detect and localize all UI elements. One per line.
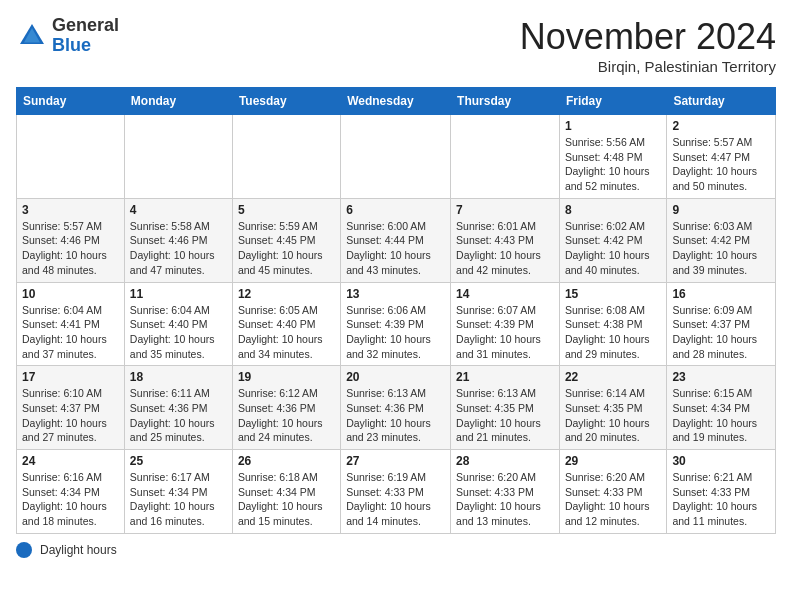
table-row: 19Sunrise: 6:12 AM Sunset: 4:36 PM Dayli… bbox=[232, 366, 340, 450]
day-info: Sunrise: 6:09 AM Sunset: 4:37 PM Dayligh… bbox=[672, 303, 770, 362]
location-title: Birqin, Palestinian Territory bbox=[520, 58, 776, 75]
day-number: 4 bbox=[130, 203, 227, 217]
day-info: Sunrise: 6:13 AM Sunset: 4:36 PM Dayligh… bbox=[346, 386, 445, 445]
day-number: 3 bbox=[22, 203, 119, 217]
day-number: 1 bbox=[565, 119, 661, 133]
table-row: 25Sunrise: 6:17 AM Sunset: 4:34 PM Dayli… bbox=[124, 450, 232, 534]
header-thursday: Thursday bbox=[451, 88, 560, 115]
day-number: 24 bbox=[22, 454, 119, 468]
month-title: November 2024 bbox=[520, 16, 776, 58]
day-number: 27 bbox=[346, 454, 445, 468]
day-info: Sunrise: 6:06 AM Sunset: 4:39 PM Dayligh… bbox=[346, 303, 445, 362]
logo-blue-text: Blue bbox=[52, 35, 91, 55]
day-number: 28 bbox=[456, 454, 554, 468]
day-info: Sunrise: 5:57 AM Sunset: 4:46 PM Dayligh… bbox=[22, 219, 119, 278]
day-info: Sunrise: 6:10 AM Sunset: 4:37 PM Dayligh… bbox=[22, 386, 119, 445]
day-number: 22 bbox=[565, 370, 661, 384]
table-row: 10Sunrise: 6:04 AM Sunset: 4:41 PM Dayli… bbox=[17, 282, 125, 366]
day-info: Sunrise: 6:14 AM Sunset: 4:35 PM Dayligh… bbox=[565, 386, 661, 445]
day-info: Sunrise: 6:12 AM Sunset: 4:36 PM Dayligh… bbox=[238, 386, 335, 445]
table-row: 18Sunrise: 6:11 AM Sunset: 4:36 PM Dayli… bbox=[124, 366, 232, 450]
table-row: 1Sunrise: 5:56 AM Sunset: 4:48 PM Daylig… bbox=[559, 115, 666, 199]
logo: General Blue bbox=[16, 16, 119, 56]
calendar-header-row: Sunday Monday Tuesday Wednesday Thursday… bbox=[17, 88, 776, 115]
day-info: Sunrise: 6:13 AM Sunset: 4:35 PM Dayligh… bbox=[456, 386, 554, 445]
table-row: 8Sunrise: 6:02 AM Sunset: 4:42 PM Daylig… bbox=[559, 198, 666, 282]
day-info: Sunrise: 5:59 AM Sunset: 4:45 PM Dayligh… bbox=[238, 219, 335, 278]
header-friday: Friday bbox=[559, 88, 666, 115]
page-header: General Blue November 2024 Birqin, Pales… bbox=[16, 16, 776, 75]
legend-icon bbox=[16, 542, 32, 558]
day-info: Sunrise: 6:16 AM Sunset: 4:34 PM Dayligh… bbox=[22, 470, 119, 529]
calendar-week-row: 3Sunrise: 5:57 AM Sunset: 4:46 PM Daylig… bbox=[17, 198, 776, 282]
header-saturday: Saturday bbox=[667, 88, 776, 115]
day-info: Sunrise: 6:18 AM Sunset: 4:34 PM Dayligh… bbox=[238, 470, 335, 529]
day-number: 5 bbox=[238, 203, 335, 217]
table-row: 15Sunrise: 6:08 AM Sunset: 4:38 PM Dayli… bbox=[559, 282, 666, 366]
table-row bbox=[17, 115, 125, 199]
table-row: 16Sunrise: 6:09 AM Sunset: 4:37 PM Dayli… bbox=[667, 282, 776, 366]
day-info: Sunrise: 6:15 AM Sunset: 4:34 PM Dayligh… bbox=[672, 386, 770, 445]
table-row: 11Sunrise: 6:04 AM Sunset: 4:40 PM Dayli… bbox=[124, 282, 232, 366]
header-sunday: Sunday bbox=[17, 88, 125, 115]
table-row: 4Sunrise: 5:58 AM Sunset: 4:46 PM Daylig… bbox=[124, 198, 232, 282]
day-number: 2 bbox=[672, 119, 770, 133]
day-info: Sunrise: 6:04 AM Sunset: 4:41 PM Dayligh… bbox=[22, 303, 119, 362]
table-row: 24Sunrise: 6:16 AM Sunset: 4:34 PM Dayli… bbox=[17, 450, 125, 534]
table-row: 20Sunrise: 6:13 AM Sunset: 4:36 PM Dayli… bbox=[341, 366, 451, 450]
day-number: 14 bbox=[456, 287, 554, 301]
table-row bbox=[341, 115, 451, 199]
table-row: 17Sunrise: 6:10 AM Sunset: 4:37 PM Dayli… bbox=[17, 366, 125, 450]
day-number: 23 bbox=[672, 370, 770, 384]
table-row bbox=[451, 115, 560, 199]
day-number: 16 bbox=[672, 287, 770, 301]
day-info: Sunrise: 5:58 AM Sunset: 4:46 PM Dayligh… bbox=[130, 219, 227, 278]
day-info: Sunrise: 6:19 AM Sunset: 4:33 PM Dayligh… bbox=[346, 470, 445, 529]
table-row: 28Sunrise: 6:20 AM Sunset: 4:33 PM Dayli… bbox=[451, 450, 560, 534]
day-number: 13 bbox=[346, 287, 445, 301]
day-info: Sunrise: 6:08 AM Sunset: 4:38 PM Dayligh… bbox=[565, 303, 661, 362]
calendar-week-row: 10Sunrise: 6:04 AM Sunset: 4:41 PM Dayli… bbox=[17, 282, 776, 366]
table-row: 26Sunrise: 6:18 AM Sunset: 4:34 PM Dayli… bbox=[232, 450, 340, 534]
day-number: 21 bbox=[456, 370, 554, 384]
calendar-week-row: 1Sunrise: 5:56 AM Sunset: 4:48 PM Daylig… bbox=[17, 115, 776, 199]
legend-area: Daylight hours bbox=[16, 542, 776, 558]
day-info: Sunrise: 6:07 AM Sunset: 4:39 PM Dayligh… bbox=[456, 303, 554, 362]
table-row: 13Sunrise: 6:06 AM Sunset: 4:39 PM Dayli… bbox=[341, 282, 451, 366]
day-number: 11 bbox=[130, 287, 227, 301]
day-number: 20 bbox=[346, 370, 445, 384]
day-info: Sunrise: 6:04 AM Sunset: 4:40 PM Dayligh… bbox=[130, 303, 227, 362]
day-info: Sunrise: 6:01 AM Sunset: 4:43 PM Dayligh… bbox=[456, 219, 554, 278]
table-row: 22Sunrise: 6:14 AM Sunset: 4:35 PM Dayli… bbox=[559, 366, 666, 450]
day-info: Sunrise: 6:20 AM Sunset: 4:33 PM Dayligh… bbox=[565, 470, 661, 529]
header-wednesday: Wednesday bbox=[341, 88, 451, 115]
logo-icon bbox=[16, 20, 48, 52]
table-row: 2Sunrise: 5:57 AM Sunset: 4:47 PM Daylig… bbox=[667, 115, 776, 199]
day-info: Sunrise: 6:21 AM Sunset: 4:33 PM Dayligh… bbox=[672, 470, 770, 529]
header-monday: Monday bbox=[124, 88, 232, 115]
day-info: Sunrise: 5:57 AM Sunset: 4:47 PM Dayligh… bbox=[672, 135, 770, 194]
table-row bbox=[124, 115, 232, 199]
day-info: Sunrise: 6:17 AM Sunset: 4:34 PM Dayligh… bbox=[130, 470, 227, 529]
calendar-table: Sunday Monday Tuesday Wednesday Thursday… bbox=[16, 87, 776, 534]
day-number: 9 bbox=[672, 203, 770, 217]
day-number: 15 bbox=[565, 287, 661, 301]
legend-label: Daylight hours bbox=[40, 543, 117, 557]
day-number: 25 bbox=[130, 454, 227, 468]
day-info: Sunrise: 6:03 AM Sunset: 4:42 PM Dayligh… bbox=[672, 219, 770, 278]
day-info: Sunrise: 6:11 AM Sunset: 4:36 PM Dayligh… bbox=[130, 386, 227, 445]
day-number: 7 bbox=[456, 203, 554, 217]
day-number: 17 bbox=[22, 370, 119, 384]
day-number: 29 bbox=[565, 454, 661, 468]
day-info: Sunrise: 6:00 AM Sunset: 4:44 PM Dayligh… bbox=[346, 219, 445, 278]
table-row: 23Sunrise: 6:15 AM Sunset: 4:34 PM Dayli… bbox=[667, 366, 776, 450]
logo-text: General Blue bbox=[52, 16, 119, 56]
day-info: Sunrise: 6:20 AM Sunset: 4:33 PM Dayligh… bbox=[456, 470, 554, 529]
table-row: 7Sunrise: 6:01 AM Sunset: 4:43 PM Daylig… bbox=[451, 198, 560, 282]
calendar-week-row: 17Sunrise: 6:10 AM Sunset: 4:37 PM Dayli… bbox=[17, 366, 776, 450]
day-number: 10 bbox=[22, 287, 119, 301]
day-number: 6 bbox=[346, 203, 445, 217]
table-row: 21Sunrise: 6:13 AM Sunset: 4:35 PM Dayli… bbox=[451, 366, 560, 450]
table-row: 5Sunrise: 5:59 AM Sunset: 4:45 PM Daylig… bbox=[232, 198, 340, 282]
day-info: Sunrise: 6:02 AM Sunset: 4:42 PM Dayligh… bbox=[565, 219, 661, 278]
